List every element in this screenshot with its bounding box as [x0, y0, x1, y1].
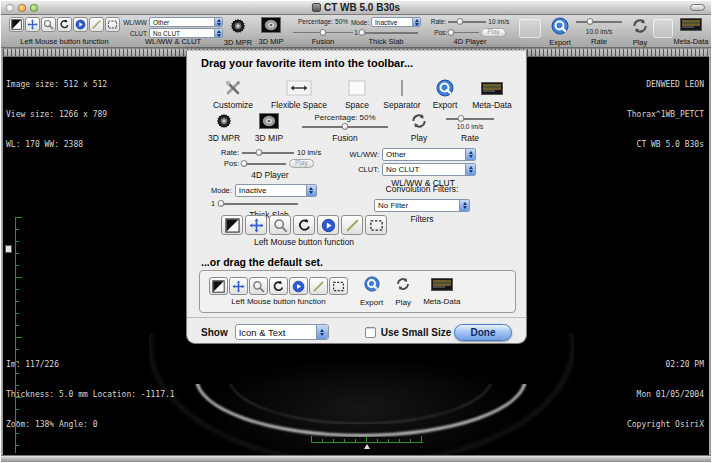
slider-knob[interactable]	[342, 123, 349, 130]
rate-item[interactable]: 10.0 im/s Rate	[441, 114, 499, 143]
slider-knob[interactable]	[256, 149, 263, 156]
tool-magnify-button[interactable]	[269, 215, 291, 235]
title-bar[interactable]: CT WB 5.0 B30s	[1, 1, 711, 15]
length-icon	[342, 216, 362, 234]
tool-length-button[interactable]	[341, 215, 363, 235]
play-item[interactable]: Play	[397, 111, 441, 143]
window-frame-bottom[interactable]	[1, 455, 711, 462]
mip-group: 3D MIP	[255, 17, 287, 46]
4d-pos-slider[interactable]	[242, 159, 286, 168]
mouse-function-item[interactable]: Left Mouse button function	[221, 215, 387, 247]
export-item[interactable]: Export	[425, 78, 465, 110]
clut-popup[interactable]: No CLUT	[382, 163, 476, 176]
mip-item-label: 3D MIP	[255, 133, 283, 143]
4d-pos-slider[interactable]	[449, 28, 479, 37]
slider-knob[interactable]	[217, 200, 224, 207]
wl-popup-value: Other	[383, 150, 409, 159]
tool-rotate-button[interactable]	[293, 215, 315, 235]
wlww-clut-item[interactable]: WL/WW: Other CLUT: No CLUT WL/WW & CLUT	[345, 148, 501, 188]
slider-knob[interactable]	[456, 18, 463, 25]
export-icon[interactable]	[551, 17, 569, 39]
toolbar-toggle-pill-icon[interactable]	[690, 4, 705, 11]
slab-slider[interactable]	[360, 28, 418, 37]
tool-rotate-button[interactable]	[57, 17, 72, 32]
tool-move-button[interactable]	[25, 17, 40, 32]
wl-popup[interactable]: Other	[149, 17, 223, 27]
slab-mode-popup[interactable]: Inactive	[371, 17, 421, 27]
rate-slider[interactable]	[446, 114, 494, 123]
flexible-space-item[interactable]: Flexible Space	[263, 78, 335, 110]
fusion-slider[interactable]	[302, 122, 388, 131]
tool-roi-button[interactable]	[105, 17, 120, 32]
overlay-line: View size: 1266 x 789	[6, 110, 107, 120]
done-button[interactable]: Done	[454, 324, 512, 341]
tool-browse-button[interactable]	[317, 215, 339, 235]
overlay-line: DENWEED LEON	[627, 80, 704, 90]
default-set-title: ...or drag the default set.	[201, 256, 323, 268]
tool-contrast-button[interactable]	[221, 215, 243, 235]
tool-contrast-button[interactable]	[9, 17, 24, 32]
slider-knob[interactable]	[447, 29, 454, 36]
use-small-size-checkbox[interactable]	[365, 327, 376, 338]
3d-mip-icon	[259, 111, 279, 131]
filters-popup[interactable]: No Filter	[374, 199, 470, 212]
tool-rotate-button[interactable]	[269, 277, 288, 295]
tool-browse-button[interactable]	[73, 17, 88, 32]
4d-rate-slider[interactable]	[242, 148, 294, 157]
metadata-group: Meta-Data	[675, 17, 707, 46]
tool-contrast-button[interactable]	[209, 277, 228, 295]
3d-mpr-icon[interactable]	[229, 17, 247, 39]
sheet-title: Drag your favorite item into the toolbar…	[201, 57, 413, 69]
wl-popup[interactable]: Other	[382, 148, 476, 161]
rate-slider[interactable]	[576, 17, 622, 26]
3d-mip-item[interactable]: 3D MIP	[245, 111, 293, 143]
fusion-percentage-slider[interactable]	[293, 28, 353, 37]
3d-mpr-item[interactable]: 3D MPR	[203, 111, 245, 143]
slider-knob[interactable]	[359, 29, 366, 36]
play-icon[interactable]	[631, 17, 649, 39]
fusion-item[interactable]: Percentage:50% Fusion	[293, 113, 397, 143]
default-metadata-group[interactable]: Meta-Data	[423, 277, 460, 306]
default-play-label: Play	[395, 298, 411, 307]
tool-move-button[interactable]	[229, 277, 248, 295]
show-popup[interactable]: Icon & Text	[235, 324, 329, 340]
default-play-group[interactable]: Play	[395, 276, 411, 307]
tool-length-button[interactable]	[309, 277, 328, 295]
metadata-item[interactable]: Meta-Data	[465, 78, 519, 110]
customize-icon	[224, 78, 242, 98]
popup-arrows-icon	[465, 164, 475, 175]
4d-play-button[interactable]: Play	[481, 28, 506, 37]
4d-player-item[interactable]: Rate: 10 im/s Pos: Play 4D Player	[205, 148, 335, 180]
default-export-label: Export	[360, 298, 383, 307]
default-set-box[interactable]: Left Mouse button function Export Play M…	[199, 270, 516, 313]
metadata-icon[interactable]	[680, 17, 702, 35]
slider-knob[interactable]	[458, 115, 465, 122]
tool-browse-button[interactable]	[289, 277, 308, 295]
space-item-label: Space	[345, 100, 369, 110]
tool-move-button[interactable]	[245, 215, 267, 235]
customize-item[interactable]: Customize	[203, 78, 263, 110]
close-button-icon[interactable]	[6, 4, 14, 12]
4d-pos-label: Pos:	[205, 159, 239, 168]
4d-play-button[interactable]: Play	[289, 159, 314, 168]
slab-mode-popup[interactable]: Inactive	[235, 184, 317, 197]
palette-row-2: 3D MPR 3D MIP Percentage:50% Fusion Play	[203, 111, 499, 143]
tool-roi-button[interactable]	[329, 277, 348, 295]
3d-mip-icon[interactable]	[261, 17, 281, 37]
default-export-group[interactable]: Export	[360, 276, 383, 307]
tool-magnify-button[interactable]	[41, 17, 56, 32]
tool-magnify-button[interactable]	[249, 277, 268, 295]
tool-length-button[interactable]	[89, 17, 104, 32]
zoom-button-icon[interactable]	[30, 4, 38, 12]
minimize-button-icon[interactable]	[18, 4, 26, 12]
separator-item[interactable]: Separator	[379, 78, 425, 110]
slider-knob[interactable]	[586, 18, 593, 25]
sheet-bottom-bar: Show Icon & Text Use Small Size Done	[201, 323, 512, 341]
slab-slider[interactable]	[218, 199, 298, 208]
popup-arrows-icon	[306, 185, 316, 196]
space-item[interactable]: Space	[335, 78, 379, 110]
4d-rate-slider[interactable]	[448, 17, 486, 26]
slider-knob[interactable]	[240, 160, 247, 167]
tool-roi-button[interactable]	[365, 215, 387, 235]
slider-knob[interactable]	[320, 29, 327, 36]
